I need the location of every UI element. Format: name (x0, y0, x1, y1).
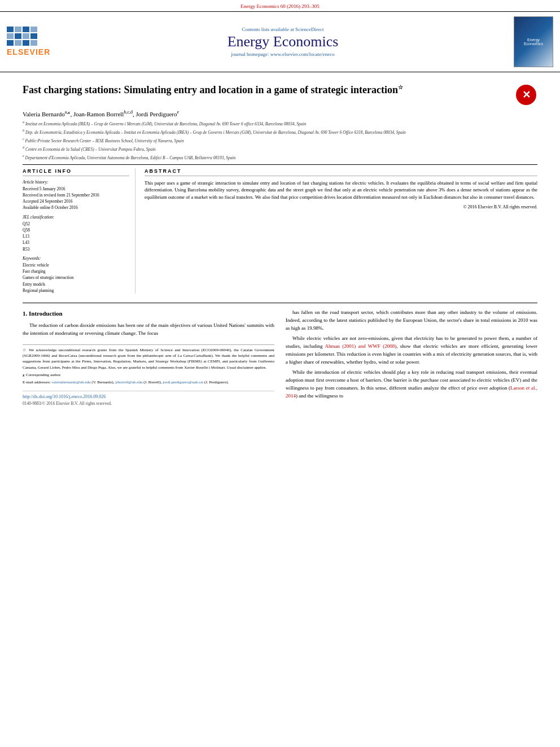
abstract-text: This paper uses a game of strategic inte… (145, 180, 537, 201)
body-section: 1. Introduction The reduction of carbon … (23, 303, 537, 407)
jel-q58: Q58 (23, 227, 129, 233)
authors-line: Valeria Bernardoa,⁎, Joan-Ramon Borrellb… (23, 110, 537, 117)
jel-l13: L13 (23, 233, 129, 239)
affiliations: a Institut en Economia Aplicada (IREA) –… (23, 120, 537, 161)
author-1: Valeria Bernardoa,⁎ (23, 111, 70, 117)
intro-para-2: has fallen on the road transport sector,… (286, 309, 537, 333)
two-col-body: 1. Introduction The reduction of carbon … (23, 309, 537, 407)
email-perdiguero[interactable]: jordi.perdiguero@uab.cat (163, 380, 203, 385)
article-info-abstract: ARTICLE INFO Article history: Received 5… (23, 168, 537, 294)
history-label: Article history: (23, 180, 129, 185)
top-banner: ELSEVIER Contents lists available at Sci… (0, 11, 560, 72)
keyword-em: Entry models (23, 281, 129, 287)
jel-l43: L43 (23, 239, 129, 246)
journal-ref: Energy Economics 60 (2016) 293–305 (240, 3, 319, 9)
journal-reference-line: Energy Economics 60 (2016) 293–305 (0, 0, 560, 11)
abstract-title: ABSTRACT (145, 168, 537, 176)
keyword-gsi: Games of strategic interaction (23, 274, 129, 281)
doi-link[interactable]: http://dx.doi.org/10.1016/j.eneco.2016.0… (23, 394, 106, 399)
journal-cover-thumbnail: EnergyEconomics (514, 16, 553, 67)
homepage-url[interactable]: www.elsevier.com/locate/eneco (270, 51, 335, 57)
elsevier-wordmark: ELSEVIER (7, 47, 50, 56)
homepage-line: journal homepage: www.elsevier.com/locat… (58, 51, 508, 57)
ahman-wwf-link[interactable]: Ahman (2001) and WWF (2008) (325, 343, 396, 349)
email-borrell[interactable]: jrborrell@ub.edu (115, 380, 142, 385)
body-col-right: has fallen on the road transport sector,… (286, 309, 537, 407)
keyword-rp: Regional planning (23, 287, 129, 294)
abstract-section: ABSTRACT This paper uses a game of strat… (145, 168, 537, 294)
journal-title: Energy Economics (58, 33, 508, 50)
jel-r53: R53 (23, 246, 129, 252)
title-star: ☆ (398, 84, 403, 90)
contents-line: Contents lists available at ScienceDirec… (58, 27, 508, 32)
doi-section: http://dx.doi.org/10.1016/j.eneco.2016.0… (23, 391, 274, 407)
intro-para-4: While the introduction of electric vehic… (286, 369, 537, 400)
author-3: Jordi Perdigueroe (135, 111, 179, 117)
footnote-star: ☆ We acknowledge unconditional research … (23, 347, 274, 370)
issn-line: 0140-9883/© 2016 Elsevier B.V. All right… (23, 400, 274, 407)
footnote-email: E-mail addresses: valeriabernardo@ub.edu… (23, 379, 274, 385)
author-2: Joan-Ramon Borrellb,c,d (73, 111, 133, 117)
larson-link[interactable]: Larson et al., 2014 (286, 385, 537, 399)
revised-date: Received in revised form 21 September 20… (23, 192, 129, 198)
sciencedirect-link[interactable]: ScienceDirect (295, 27, 323, 32)
affiliation-c: c Public-Private Sector Research Center … (23, 137, 537, 144)
email-bernardo[interactable]: valeriabernardo@ub.edu (51, 380, 90, 385)
intro-para-3: While electric vehicles are not zero-emi… (286, 335, 537, 366)
article-title: Fast charging stations: Simulating entry… (23, 84, 509, 97)
section-1-heading: 1. Introduction (23, 309, 274, 318)
jel-q52: Q52 (23, 221, 129, 227)
keywords-label: Keywords: (23, 256, 129, 261)
keyword-ev: Electric vehicle (23, 262, 129, 268)
crossmark-logo[interactable]: ✕ (515, 84, 537, 106)
footnote-corresponding: ⁎ Corresponding author. (23, 372, 274, 378)
jel-label: JEL classification: (23, 215, 129, 220)
intro-para-1: The reduction of carbon dioxide emission… (23, 322, 274, 338)
footnotes: ☆ We acknowledge unconditional research … (23, 344, 274, 385)
article-info-title: ARTICLE INFO (23, 168, 129, 176)
affiliation-d: d Centre en Economia de la Salud (CRES) … (23, 145, 537, 152)
available-date: Available online 8 October 2016 (23, 204, 129, 211)
affiliation-e: e Departament d'Economia Aplicada, Unive… (23, 154, 537, 161)
copyright: © 2016 Elsevier B.V. All rights reserved… (145, 204, 537, 209)
article-info: ARTICLE INFO Article history: Received 5… (23, 168, 135, 294)
elsevier-logo: ELSEVIER (7, 27, 52, 58)
received-date: Received 5 January 2016 (23, 186, 129, 192)
affiliation-b: b Dep. de Econometría, Estadística y Eco… (23, 128, 537, 136)
main-content: Fast charging stations: Simulating entry… (0, 72, 560, 407)
body-col-left: 1. Introduction The reduction of carbon … (23, 309, 274, 407)
section-divider (23, 164, 537, 165)
accepted-date: Accepted 24 September 2016 (23, 198, 129, 204)
affiliation-a: a Institut en Economia Aplicada (IREA) –… (23, 120, 537, 127)
article-title-section: Fast charging stations: Simulating entry… (23, 84, 537, 106)
banner-center: Contents lists available at ScienceDirec… (58, 27, 508, 57)
keyword-fc: Fast charging (23, 268, 129, 274)
crossmark-icon: ✕ (516, 85, 536, 105)
